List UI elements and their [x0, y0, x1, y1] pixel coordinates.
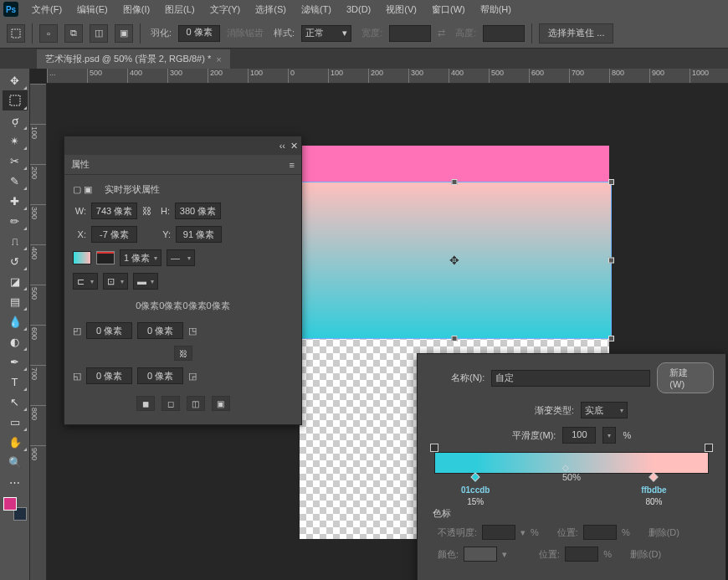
options-bar: ▫ ⧉ ◫ ▣ 羽化: 0 像素 消除锯齿 样式: 正常▾ 宽度: ⇄ 高度: …	[0, 18, 728, 49]
gradient-name-input[interactable]	[491, 370, 650, 387]
add-selection-icon[interactable]: ⧉	[64, 24, 83, 43]
corner-tl-icon: ◰	[73, 326, 81, 336]
stroke-cap-select[interactable]: ⊏▾	[73, 273, 98, 290]
live-shape-label: 实时形状属性	[105, 183, 160, 196]
corner-bl-field[interactable]: 0 像素	[86, 367, 132, 384]
menu-file[interactable]: 文件(F)	[25, 3, 69, 16]
type-tool[interactable]: T	[3, 372, 28, 392]
wand-tool[interactable]: ✴	[3, 131, 28, 151]
panel-collapse-icon[interactable]: ‹‹	[279, 141, 285, 151]
pathop-exclude-icon[interactable]: ▣	[212, 396, 230, 411]
new-selection-icon[interactable]: ▫	[39, 24, 58, 43]
corner-radius-summary: 0像素0像素0像素0像素	[73, 296, 293, 316]
menu-3d[interactable]: 3D(D)	[340, 4, 377, 14]
opacity-stop-left[interactable]	[430, 444, 438, 452]
fill-swatch[interactable]	[73, 251, 91, 264]
heal-tool[interactable]: ✚	[3, 191, 28, 211]
feather-input[interactable]: 0 像素	[178, 25, 220, 42]
pink-layer	[300, 146, 609, 182]
width-label: 宽度:	[361, 27, 382, 39]
menu-filter[interactable]: 滤镜(T)	[295, 3, 338, 16]
gradient-shape-layer[interactable]: ✥	[298, 182, 611, 338]
y-field[interactable]: 91 像素	[176, 226, 222, 243]
menu-select[interactable]: 选择(S)	[249, 3, 293, 16]
eraser-tool[interactable]: ◪	[3, 271, 28, 291]
corner-tr-icon: ◳	[188, 326, 197, 336]
properties-panel[interactable]: ‹‹ ✕ 属性≡ ▢ ▣ 实时形状属性 W:743 像素 ⛓ H:380 像素 …	[64, 136, 302, 425]
opacity-stop-right[interactable]	[705, 444, 713, 452]
height-input	[483, 25, 525, 42]
new-gradient-button[interactable]: 新建(W)	[657, 362, 714, 393]
blur-tool[interactable]: 💧	[3, 311, 28, 331]
menu-image[interactable]: 图像(I)	[116, 3, 156, 16]
move-tool[interactable]: ✥	[3, 70, 28, 90]
menu-view[interactable]: 视图(V)	[379, 3, 423, 16]
toolbar-more[interactable]: ⋯	[3, 472, 28, 492]
width-field[interactable]: 743 像素	[91, 203, 137, 219]
panel-menu-icon[interactable]: ≡	[290, 160, 295, 170]
pathop-subtract-icon[interactable]: ◻	[161, 396, 180, 411]
midpoint-marker[interactable]: ◇50%	[562, 463, 581, 482]
corner-br-field[interactable]: 0 像素	[137, 367, 183, 384]
pen-tool[interactable]: ✒	[3, 352, 28, 372]
crop-tool[interactable]: ✂	[3, 151, 28, 171]
pathop-intersect-icon[interactable]: ◫	[187, 396, 205, 411]
horizontal-ruler: ...5004003002001000100200300400500600700…	[47, 69, 728, 84]
eyedropper-tool[interactable]: ✎	[3, 171, 28, 191]
path-tool[interactable]: ↖	[3, 392, 28, 412]
smoothness-input[interactable]: 100	[562, 427, 596, 444]
menu-help[interactable]: 帮助(H)	[474, 3, 518, 16]
corner-tl-field[interactable]: 0 像素	[86, 322, 132, 339]
shape-tool[interactable]: ▭	[3, 412, 28, 432]
dodge-tool[interactable]: ◐	[3, 331, 28, 352]
zoom-tool[interactable]: 🔍	[3, 452, 28, 472]
stamp-tool[interactable]: ⎍	[3, 231, 28, 251]
stroke-align-select[interactable]: ▬▾	[133, 273, 158, 290]
marquee-tool[interactable]	[3, 90, 28, 110]
center-anchor-icon: ✥	[449, 254, 459, 267]
close-tab-icon[interactable]: ×	[216, 54, 221, 64]
menu-window[interactable]: 窗口(W)	[425, 3, 472, 16]
menu-type[interactable]: 文字(Y)	[203, 3, 248, 16]
gradient-editor-dialog[interactable]: 名称(N): 新建(W) 渐变类型: 实底▾ 平滑度(M): 100 ▾ %	[417, 353, 726, 580]
document-tab[interactable]: 艺术海报.psd @ 50% (背景 2, RGB/8#) * ×	[37, 49, 230, 69]
feather-label: 羽化:	[151, 27, 172, 39]
corner-tr-field[interactable]: 0 像素	[137, 322, 183, 339]
live-shape-icon: ▢ ▣	[73, 184, 92, 195]
delete-color-stop: 删除(D)	[630, 548, 661, 561]
stroke-width-select[interactable]: 1 像素▾	[120, 249, 161, 266]
color-swatches[interactable]	[3, 497, 27, 521]
gradient-bar[interactable]: 01ccdb 15% ◇50% ffbdbe 80%	[434, 452, 709, 474]
select-and-mask-button[interactable]: 选择并遮住 ...	[539, 23, 613, 44]
link-corners-icon[interactable]: ⛓	[174, 346, 192, 361]
gradient-type-select[interactable]: 实底▾	[581, 402, 628, 418]
properties-tab-label[interactable]: 属性	[71, 158, 90, 171]
link-wh-icon[interactable]: ⛓	[142, 206, 151, 216]
color-stop-right[interactable]: ffbdbe 80%	[649, 474, 658, 484]
menu-edit[interactable]: 编辑(E)	[70, 3, 115, 16]
lasso-tool[interactable]: ợ	[3, 110, 28, 131]
color-stop-left[interactable]: 01ccdb 15%	[471, 474, 479, 484]
stroke-style-select[interactable]: —▾	[167, 249, 195, 266]
hand-tool[interactable]: ✋	[3, 432, 28, 452]
history-brush-tool[interactable]: ↺	[3, 251, 28, 271]
name-label: 名称(N):	[429, 372, 484, 384]
canvas-area[interactable]: ...5004003002001000100200300400500600700…	[30, 69, 728, 580]
style-select[interactable]: 正常▾	[301, 25, 351, 42]
menu-layer[interactable]: 图层(L)	[158, 3, 201, 16]
height-field[interactable]: 380 像素	[175, 203, 221, 219]
photoshop-logo: Ps	[3, 2, 18, 17]
delete-opacity-stop: 删除(D)	[649, 526, 679, 539]
left-toolbar: ✥ ợ ✴ ✂ ✎ ✚ ✏ ⎍ ↺ ◪ ▤ 💧 ◐ ✒ T ↖ ▭ ✋ 🔍 ⋯	[0, 69, 30, 580]
brush-tool[interactable]: ✏	[3, 211, 28, 231]
x-field[interactable]: -7 像素	[91, 226, 137, 243]
subtract-selection-icon[interactable]: ◫	[90, 24, 108, 43]
stroke-swatch[interactable]	[96, 251, 115, 264]
pathop-combine-icon[interactable]: ◼	[136, 396, 155, 411]
stroke-corner-select[interactable]: ⊡▾	[103, 273, 128, 290]
close-panel-icon[interactable]: ✕	[290, 141, 298, 151]
marquee-tool-preset-icon[interactable]	[7, 24, 25, 43]
gradient-tool[interactable]: ▤	[3, 291, 28, 311]
intersect-selection-icon[interactable]: ▣	[115, 24, 133, 43]
smooth-stepper[interactable]: ▾	[602, 427, 616, 444]
